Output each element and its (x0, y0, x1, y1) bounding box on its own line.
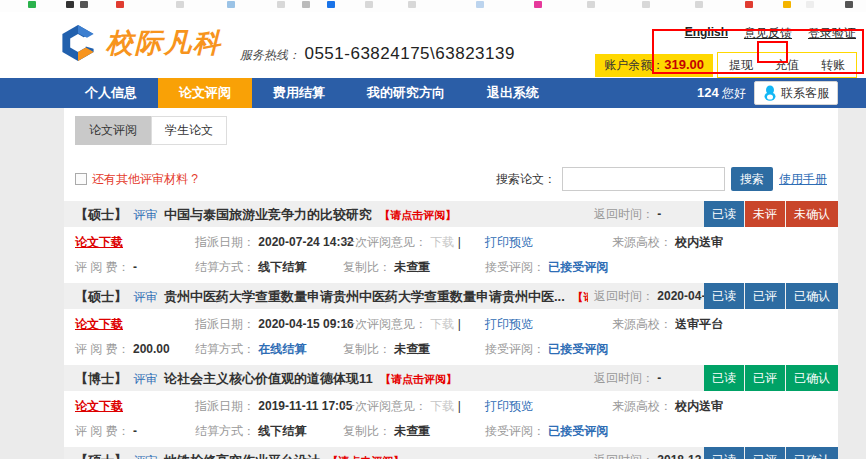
favicon[interactable] (783, 1, 791, 8)
return-time-label: 返回时间： (594, 371, 654, 385)
review-link[interactable]: 评审 (133, 454, 157, 459)
favicon[interactable] (365, 1, 373, 8)
favicon[interactable] (845, 1, 853, 8)
print-preview-link[interactable]: 打印预览 (485, 317, 533, 331)
favicon[interactable] (745, 1, 753, 8)
favicon[interactable] (176, 1, 184, 8)
english-link[interactable]: English (685, 25, 728, 42)
review-link[interactable]: 评审 (133, 208, 157, 222)
assign-date-label: 指派日期： (195, 235, 255, 249)
status-review-badge: 未评 (745, 201, 785, 227)
transfer-button[interactable]: 转账 (810, 57, 856, 74)
favicon[interactable] (116, 1, 124, 8)
favicon[interactable] (227, 1, 235, 8)
filter-search-row: 还有其他评审材料 ? 搜索论文： 搜索 使用手册 (75, 167, 827, 191)
status-confirm-badge: 已确认 (786, 365, 838, 391)
degree-label: 【博士】 (75, 371, 127, 386)
recharge-button[interactable]: 充值 (764, 57, 810, 74)
detail-line-2: 评 阅 费： - 结算方式： 线下结算 复制比： 未查重 接受评阅： 已接受评阅 (75, 419, 838, 444)
source-label: 来源高校： (612, 317, 672, 331)
account-area: 账户余额：319.00 提现 充值 转账 (595, 52, 857, 78)
click-to-review-link[interactable]: 【请点击评阅】 (327, 455, 404, 459)
main-panel: 论文评阅 学生论文 还有其他评审材料 ? 搜索论文： 搜索 使用手册 【硕士】 … (64, 108, 838, 459)
return-time: 返回时间： 2018-12-24 (588, 447, 719, 459)
click-to-review-link[interactable]: 【请点击评阅】 (380, 373, 457, 385)
search-button[interactable]: 搜索 (731, 167, 773, 191)
favicon[interactable] (28, 1, 36, 8)
nav-fee-settlement[interactable]: 费用结算 (252, 78, 346, 108)
settlement-label: 结算方式： (195, 342, 255, 356)
favicon[interactable] (80, 1, 88, 8)
settlement-label: 结算方式： (195, 424, 255, 438)
favicon[interactable] (534, 1, 542, 8)
site-header: 校际凡科 服务热线： 0551-63824175\63823139 Englis… (0, 12, 866, 78)
opinion-download-link: 下载 (430, 317, 454, 331)
paper-title: 中国与泰国旅游业竞争力的比较研究 (164, 207, 372, 222)
hotline-label: 服务热线： (240, 48, 300, 62)
nav-personal-info[interactable]: 个人信息 (64, 78, 158, 108)
print-preview-link[interactable]: 打印预览 (485, 235, 533, 249)
search-input[interactable] (562, 167, 725, 191)
source-label: 来源高校： (612, 235, 672, 249)
login-verify-link[interactable]: 登录验证 (808, 25, 856, 42)
accepted-review-link[interactable]: 已接受评阅 (548, 342, 608, 356)
other-materials-label: 还有其他评审材料 ? (92, 171, 198, 188)
settlement-value: 线下结算 (258, 424, 306, 438)
opinion-download-link: 下载 (430, 399, 454, 413)
degree-label: 【硕士】 (75, 207, 127, 222)
divider: | (458, 317, 461, 331)
nav-research-direction[interactable]: 我的研究方向 (346, 78, 466, 108)
paper-download-link[interactable]: 论文下载 (75, 399, 123, 413)
return-time-label: 返回时间： (594, 289, 654, 303)
nav-paper-review[interactable]: 论文评阅 (158, 78, 252, 108)
paper-row: 【硕士】 评审 地铁检修高空作业平台设计 【请点击评阅】 返回时间： 2018-… (64, 447, 838, 459)
status-badges: 已读 已评 已确认 (704, 447, 838, 459)
favicon[interactable] (642, 1, 650, 8)
tab-student-papers[interactable]: 学生论文 (151, 116, 227, 145)
status-read-badge: 已读 (704, 283, 744, 309)
other-materials-checkbox[interactable] (75, 173, 87, 185)
nav-logout[interactable]: 退出系统 (466, 78, 560, 108)
return-time-label: 返回时间： (594, 207, 654, 221)
copy-ratio-value: 未查重 (394, 424, 430, 438)
paper-row: 【博士】 评审 论社会主义核心价值观的道德体现11 【请点击评阅】 返回时间： … (64, 365, 838, 447)
favicon[interactable] (408, 1, 416, 8)
click-to-review-link[interactable]: 【请点击评阅】 (379, 209, 456, 221)
accepted-review-link[interactable]: 已接受评阅 (548, 260, 608, 274)
review-link[interactable]: 评审 (133, 372, 157, 386)
degree-label: 【硕士】 (75, 289, 127, 304)
paper-download-link[interactable]: 论文下载 (75, 317, 123, 331)
review-link[interactable]: 评审 (133, 290, 157, 304)
detail-line-2: 评 阅 费： 200.00 结算方式： 在线结算 复制比： 未查重 接受评阅： … (75, 337, 838, 362)
degree-label: 【硕士】 (75, 453, 127, 459)
favicon[interactable] (476, 1, 484, 8)
paper-download-link[interactable]: 论文下载 (75, 235, 123, 249)
detail-line-1: 论文下载 指派日期： 2019-11-11 17:05 一次评阅意见： 下载 |… (75, 394, 838, 419)
favicon[interactable] (277, 1, 285, 8)
withdraw-button[interactable]: 提现 (718, 57, 764, 74)
favicon[interactable] (806, 1, 814, 8)
favicon[interactable] (695, 1, 703, 8)
contact-support-button[interactable]: 联系客服 (754, 81, 838, 105)
user-manual-link[interactable]: 使用手册 (779, 171, 827, 188)
accepted-review-link[interactable]: 已接受评阅 (548, 424, 608, 438)
favicon[interactable] (302, 1, 310, 8)
paper-row: 【硕士】 评审 中国与泰国旅游业竞争力的比较研究 【请点击评阅】 返回时间： -… (64, 201, 838, 283)
return-time: 返回时间： - (588, 201, 661, 227)
tab-paper-review[interactable]: 论文评阅 (75, 116, 151, 145)
paper-title: 贵州中医药大学查重数量申请贵州中医药大学查重数量申请贵州中医... (164, 289, 565, 304)
paper-row-header: 【硕士】 评审 地铁检修高空作业平台设计 【请点击评阅】 返回时间： 2018-… (64, 447, 838, 459)
fee-label: 评 阅 费： (75, 424, 130, 438)
main-navbar: 个人信息 论文评阅 费用结算 我的研究方向 退出系统 124 您好 联系客服 (0, 78, 866, 108)
paper-row-header: 【硕士】 评审 中国与泰国旅游业竞争力的比较研究 【请点击评阅】 返回时间： -… (64, 201, 838, 227)
favicon[interactable] (66, 1, 74, 8)
assign-date-value: 2019-11-11 17:05 (258, 399, 352, 413)
balance-label: 账户余额： (604, 58, 664, 72)
accept-label: 接受评阅： (485, 424, 545, 438)
assign-date-value: 2020-07-24 14:32 (258, 235, 353, 249)
search-label: 搜索论文： (496, 171, 556, 188)
print-preview-link[interactable]: 打印预览 (485, 399, 533, 413)
favicon[interactable] (327, 1, 335, 8)
feedback-link[interactable]: 意见反馈 (744, 25, 792, 42)
favicon[interactable] (587, 1, 595, 8)
